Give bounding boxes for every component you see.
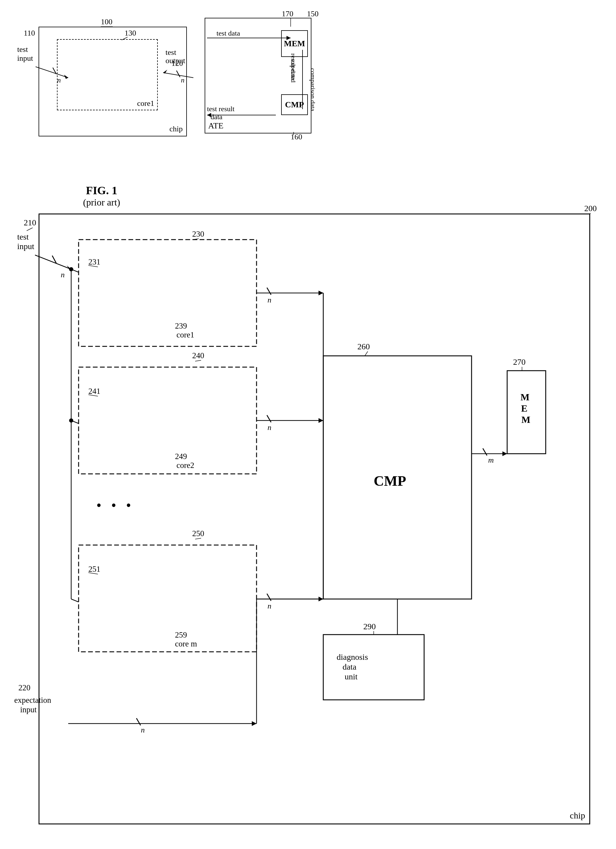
svg-text:160: 160 xyxy=(291,133,302,141)
svg-text:100: 100 xyxy=(101,18,112,26)
chip-box-fig1: core1 chip xyxy=(39,27,187,136)
svg-text:170: 170 xyxy=(282,9,293,18)
svg-text:210: 210 xyxy=(24,218,36,227)
svg-text:200: 200 xyxy=(584,204,597,213)
fig2a-area: chip 200 210 test input n 230 231 xyxy=(9,196,608,836)
svg-line-38 xyxy=(27,228,33,231)
fig1-area: core1 chip MEM CMP ATE 100 150 170 160 1 xyxy=(9,9,320,181)
svg-text:220: 220 xyxy=(18,683,31,692)
svg-text:110: 110 xyxy=(24,29,35,37)
svg-text:input: input xyxy=(17,242,34,251)
fig2a-caption: FIG. 2A xyxy=(18,847,57,849)
page: core1 chip MEM CMP ATE 100 150 170 160 1 xyxy=(0,0,616,849)
svg-text:input: input xyxy=(20,705,37,714)
chip2-box: chip xyxy=(39,213,590,824)
fig1-title: FIG. 1 xyxy=(83,184,120,197)
chip-label-fig1: chip xyxy=(169,125,183,133)
core1-label-fig1: core1 xyxy=(137,99,154,108)
ate-label-fig1: ATE xyxy=(208,121,223,131)
svg-text:150: 150 xyxy=(307,9,319,18)
svg-text:test: test xyxy=(17,232,29,241)
svg-text:test: test xyxy=(17,45,28,54)
core1-dashed-fig1: core1 xyxy=(57,39,158,110)
mem-box-fig1: MEM xyxy=(281,30,308,57)
cmp-box-fig1: CMP xyxy=(281,94,308,115)
chip2-label: chip xyxy=(570,810,585,821)
ate-box-fig1: MEM CMP ATE xyxy=(204,18,312,133)
svg-text:input: input xyxy=(17,54,33,63)
